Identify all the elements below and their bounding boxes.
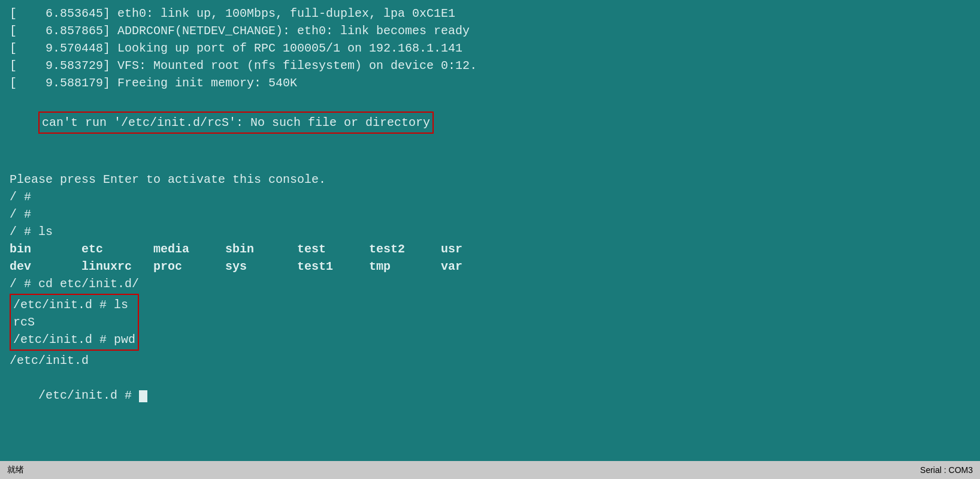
terminal-line: /etc/init.d # (10, 369, 970, 421)
terminal-line: [ 6.853645] eth0: link up, 100Mbps, full… (10, 5, 970, 22)
terminal-screen: [ 6.853645] eth0: link up, 100Mbps, full… (0, 0, 980, 461)
command-box-line: /etc/init.d # ls (13, 296, 135, 314)
status-bar: 就绪 Serial : COM3 (0, 461, 980, 479)
terminal-line: / # (10, 188, 970, 206)
terminal-line: bin etc media sbin test test2 usr (10, 240, 970, 258)
terminal-line: / # cd etc/init.d/ (10, 275, 970, 293)
terminal-line: [ 9.588179] Freeing init memory: 540K (10, 74, 970, 92)
error-message-box: can't run '/etc/init.d/rcS': No such fil… (38, 112, 434, 134)
prompt: /etc/init.d # (38, 388, 139, 402)
terminal-line: [ 6.857865] ADDRCONF(NETDEV_CHANGE): eth… (10, 22, 970, 40)
status-right: Serial : COM3 (920, 465, 973, 475)
status-left: 就绪 (7, 465, 24, 475)
command-box-line: rcS (13, 314, 135, 331)
terminal-cursor (139, 390, 147, 402)
terminal-line: Please press Enter to activate this cons… (10, 171, 970, 188)
error-line: can't run '/etc/init.d/rcS': No such fil… (10, 92, 970, 153)
terminal-line: / # (10, 206, 970, 223)
terminal-line: /etc/init.d (10, 352, 970, 369)
terminal-line: dev linuxrc proc sys test1 tmp var (10, 258, 970, 275)
terminal-line: [ 9.583729] VFS: Mounted root (nfs files… (10, 57, 970, 74)
terminal-line: [ 9.570448] Looking up port of RPC 10000… (10, 40, 970, 57)
command-box-line: /etc/init.d # pwd (13, 331, 135, 348)
terminal-line: / # ls (10, 223, 970, 240)
terminal-line (10, 153, 970, 171)
